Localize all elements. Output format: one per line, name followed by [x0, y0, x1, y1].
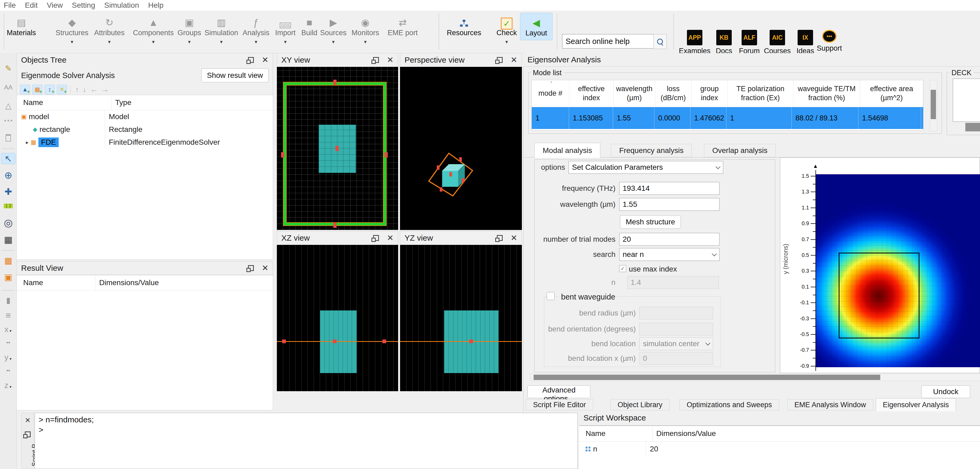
resize-handle[interactable] — [333, 339, 337, 343]
resize-handle[interactable] — [385, 152, 388, 157]
tab-frequency-analysis[interactable]: Frequency analysis — [611, 144, 692, 157]
xz-view-canvas[interactable] — [277, 245, 398, 391]
close-panel-icon[interactable]: ✕ — [262, 264, 269, 272]
tree-row-rectangle[interactable]: ◆rectangleRectangle — [17, 123, 273, 136]
mode-col-header[interactable]: ^mode # — [532, 80, 570, 107]
menu-view[interactable]: View — [47, 1, 63, 10]
edit-mesh-icon[interactable]: ▦ — [0, 234, 16, 245]
tab-overlap-analysis[interactable]: Overlap analysis — [704, 144, 776, 157]
calculator-icon[interactable]: ▣ — [0, 272, 16, 282]
triangle-icon[interactable]: △ — [0, 101, 16, 110]
deck-list[interactable] — [953, 79, 980, 122]
help-forum-button[interactable]: ALFForum — [733, 30, 765, 55]
toolbar-materials-button[interactable]: ▤Materials — [5, 13, 37, 40]
right-panel-hscrollbar[interactable] — [531, 374, 980, 381]
resize-handle[interactable] — [333, 80, 337, 85]
toolbar-resources-button[interactable]: Resources — [448, 13, 480, 40]
search-input[interactable] — [562, 34, 660, 49]
resize-handle[interactable] — [336, 146, 339, 151]
tree-row-model[interactable]: ▣modelModel — [17, 110, 273, 123]
dropdown-arrow-icon[interactable]: ▼ — [70, 40, 74, 44]
close-panel-icon[interactable]: ✕ — [262, 56, 269, 64]
toolbar-drag-handle[interactable] — [4, 13, 4, 49]
table-icon[interactable]: ▦ — [0, 255, 16, 266]
trash-icon[interactable] — [0, 134, 16, 143]
select-arrow-icon[interactable]: ↖ — [1, 153, 16, 164]
n-input[interactable] — [627, 276, 719, 289]
move-up-icon[interactable]: ↑ — [75, 85, 79, 94]
float-panel-icon[interactable] — [373, 57, 379, 63]
delete-object-icon[interactable]: ✕+ — [57, 85, 67, 94]
frequency-input[interactable] — [619, 182, 719, 195]
undock-button[interactable]: Undock — [921, 385, 970, 398]
close-panel-icon[interactable]: ✕ — [387, 234, 394, 242]
dropdown-arrow-icon[interactable]: ▼ — [151, 40, 156, 44]
add-axis-icon[interactable]: ↕+ — [45, 85, 55, 94]
mode-col-header[interactable]: effective area (µm^2) — [860, 80, 923, 107]
plane-yz-icon[interactable]: ▪▪ — [0, 368, 16, 374]
bottom-tab-object-library[interactable]: Object Library — [610, 399, 670, 410]
scrollbar-thumb[interactable] — [931, 90, 936, 119]
float-panel-icon[interactable] — [497, 235, 503, 241]
mode-col-header[interactable]: effective index — [570, 80, 614, 107]
resize-handle[interactable] — [282, 339, 286, 343]
mode-col-header[interactable]: waveguide TE/TM fraction (%) — [793, 80, 860, 107]
options-select[interactable]: Set Calculation Parameters — [568, 161, 723, 174]
mode-row[interactable]: 11.1530851.550.00001.476062188.02 / 89.1… — [532, 107, 923, 129]
float-panel-icon[interactable] — [248, 265, 254, 271]
add-structure-icon[interactable]: ▲+ — [20, 85, 30, 94]
wavelength-input[interactable] — [619, 198, 719, 211]
close-panel-icon[interactable]: ✕ — [511, 56, 517, 64]
bend-location-select[interactable]: simulation center — [640, 337, 713, 350]
help-courses-button[interactable]: AICCourses — [761, 30, 793, 55]
mesh-structure-button[interactable]: Mesh structure — [620, 215, 681, 229]
array-icon[interactable]: ▲▲▲ — [0, 118, 16, 122]
toolbar-simulation-button[interactable]: ▥Simulation▼ — [205, 13, 237, 44]
dropdown-arrow-icon[interactable]: ▼ — [254, 40, 258, 44]
axis-x-icon[interactable]: x▼ — [0, 325, 16, 334]
close-panel-icon[interactable]: ✕ — [511, 234, 517, 242]
menu-file[interactable]: File — [4, 1, 16, 10]
tab-modal-analysis[interactable]: Modal analysis — [535, 143, 600, 158]
box-view-icon[interactable]: ▮ — [0, 296, 16, 305]
use-max-index-checkbox[interactable]: ✓ — [619, 265, 626, 272]
text-icon[interactable]: AA — [0, 84, 16, 91]
dropdown-arrow-icon[interactable]: ▼ — [107, 40, 111, 44]
deck-button[interactable] — [965, 123, 980, 132]
toolbar-eme-port-button[interactable]: ⇄EME port — [387, 13, 418, 40]
script-console[interactable]: > n=findmodes;> — [35, 413, 578, 469]
ruler-icon[interactable]: 1 2 — [4, 204, 13, 208]
menu-edit[interactable]: Edit — [25, 1, 38, 10]
axis-y-icon[interactable]: y▼ — [0, 353, 16, 362]
float-panel-icon[interactable] — [497, 57, 503, 63]
move-down-icon[interactable]: ↓ — [83, 85, 86, 94]
toolbar-components-button[interactable]: ▲Components▼ — [135, 13, 172, 44]
help-examples-button[interactable]: APPExamples — [679, 30, 711, 55]
toolbar-structures-button[interactable]: ◆Structures▼ — [56, 13, 88, 44]
axis-z-icon[interactable]: z▼ — [0, 381, 16, 390]
bottom-tab-eme-analysis-window[interactable]: EME Analysis Window — [787, 399, 873, 410]
toolbar-monitors-button[interactable]: ◉Monitors▼ — [349, 13, 381, 44]
advanced-options-button[interactable]: Advanced options... — [527, 385, 590, 398]
float-panel-icon[interactable] — [248, 57, 254, 63]
menu-help[interactable]: Help — [148, 1, 164, 10]
menu-setting[interactable]: Setting — [72, 1, 95, 10]
plane-xy-icon[interactable]: ▪▪ — [0, 339, 16, 345]
float-panel-icon[interactable] — [373, 235, 379, 241]
show-result-view-button[interactable]: Show result view — [201, 68, 269, 82]
dropdown-arrow-icon[interactable]: ▼ — [219, 40, 223, 44]
layers-icon[interactable]: ≡ — [0, 310, 16, 320]
close-panel-icon[interactable]: ✕ — [387, 56, 394, 64]
bent-waveguide-checkbox[interactable] — [547, 292, 555, 300]
resize-handle[interactable] — [281, 152, 284, 157]
close-console-icon[interactable]: ✕ — [22, 416, 34, 425]
bottom-tab-eigensolver-analysis[interactable]: Eigensolver Analysis — [876, 398, 956, 412]
mode-col-header[interactable]: TE polarization fraction (Ex) — [728, 80, 793, 107]
xy-view-canvas[interactable] — [277, 67, 398, 230]
add-simulation-region-icon[interactable]: ▦+ — [32, 85, 42, 94]
mode-col-header[interactable]: wavelength (µm) — [614, 80, 655, 107]
search-select[interactable]: near n — [619, 248, 719, 261]
bottom-tab-optimizations-and-sweeps[interactable]: Optimizations and Sweeps — [679, 399, 779, 410]
mode-col-header[interactable]: loss (dB/cm) — [655, 80, 692, 107]
dropdown-arrow-icon[interactable]: ▼ — [331, 40, 336, 44]
